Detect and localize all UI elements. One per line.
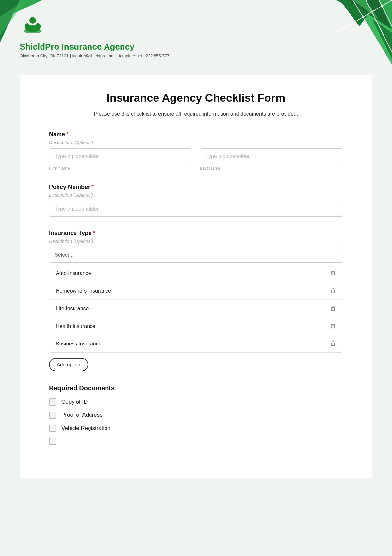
proof-of-address-label: Proof of Address xyxy=(61,412,103,418)
checklist-item-copy-of-id: Copy of ID xyxy=(49,398,343,406)
svg-point-17 xyxy=(24,29,42,33)
option-auto-insurance: Auto Insurance 🗑 xyxy=(49,264,343,282)
page-header: ShieldPro Insurance Agency Oklahoma City… xyxy=(0,0,392,75)
add-option-label: Add option xyxy=(57,362,80,367)
insurance-type-label: Insurance Type* xyxy=(49,230,343,237)
proof-of-address-checkbox[interactable] xyxy=(49,412,56,419)
option-homeowners-label: Homeowners Insurance xyxy=(56,288,111,294)
option-health-insurance: Health Insurance 🗑 xyxy=(49,317,343,335)
vehicle-registration-checkbox[interactable] xyxy=(49,425,56,432)
insurance-type-section: Insurance Type* Description (Optional) A… xyxy=(49,230,343,371)
option-business-insurance: Business Insurance 🗑 xyxy=(49,335,343,352)
last-name-sublabel: Last Name xyxy=(200,166,343,171)
copy-of-id-checkbox[interactable] xyxy=(49,398,56,406)
name-description: Description (Optional) xyxy=(49,140,343,145)
vehicle-registration-label: Vehicle Registration xyxy=(61,425,110,431)
company-name: ShieldPro Insurance Agency xyxy=(20,42,135,52)
last-name-input[interactable] xyxy=(200,148,343,164)
checklist-item-vehicle-registration: Vehicle Registration xyxy=(49,425,343,432)
insurance-type-description: Description (Optional) xyxy=(49,239,343,244)
policy-number-section: Policy Number* Description (Optional) xyxy=(49,184,343,217)
option-business-label: Business Insurance xyxy=(56,341,102,347)
required-documents-section: Required Documents Copy of ID Proof of A… xyxy=(49,384,343,445)
form-title: Insurance Agency Checklist Form xyxy=(49,92,343,104)
first-name-col: First Name xyxy=(49,148,192,171)
copy-of-id-label: Copy of ID xyxy=(61,399,88,405)
company-logo xyxy=(20,13,46,39)
svg-point-15 xyxy=(29,17,36,24)
policy-number-label: Policy Number* xyxy=(49,184,343,191)
option-homeowners-delete[interactable]: 🗑 xyxy=(330,287,336,294)
logo-area: ShieldPro Insurance Agency Oklahoma City… xyxy=(20,10,372,58)
checklist-item-proof-of-address: Proof of Address xyxy=(49,412,343,419)
name-section: Name* Description (Optional) First Name … xyxy=(49,131,343,171)
option-life-delete[interactable]: 🗑 xyxy=(330,305,336,312)
option-life-insurance: Life Insurance 🗑 xyxy=(49,300,343,317)
add-option-button[interactable]: Add option xyxy=(49,358,88,371)
option-homeowners-insurance: Homeowners Insurance 🗑 xyxy=(49,282,343,300)
main-form-container: Insurance Agency Checklist Form Please u… xyxy=(20,75,372,478)
form-subtitle: Please use this checklist to ensure all … xyxy=(49,110,343,118)
policy-number-input[interactable] xyxy=(49,201,343,217)
name-required-star: * xyxy=(66,131,69,138)
required-documents-title: Required Documents xyxy=(49,384,343,392)
extra-checkbox[interactable] xyxy=(49,438,56,445)
option-auto-label: Auto Insurance xyxy=(56,270,91,276)
option-life-label: Life Insurance xyxy=(56,306,89,312)
option-health-delete[interactable]: 🗑 xyxy=(330,323,336,329)
option-health-label: Health Insurance xyxy=(56,323,95,329)
first-name-input[interactable] xyxy=(49,148,192,164)
policy-required-star: * xyxy=(91,184,94,190)
insurance-type-select[interactable] xyxy=(49,247,343,263)
checklist-item-extra xyxy=(49,438,343,445)
company-details: Oklahoma City, OK 73101 | inquire@shield… xyxy=(20,53,169,58)
insurance-required-star: * xyxy=(93,230,95,236)
last-name-col: Last Name xyxy=(200,148,343,171)
name-row: First Name Last Name xyxy=(49,148,343,171)
option-business-delete[interactable]: 🗑 xyxy=(330,340,336,347)
first-name-sublabel: First Name xyxy=(49,166,192,171)
policy-description: Description (Optional) xyxy=(49,193,343,198)
option-auto-delete[interactable]: 🗑 xyxy=(330,270,336,277)
name-label: Name* xyxy=(49,131,343,138)
insurance-type-options-list: Auto Insurance 🗑 Homeowners Insurance 🗑 … xyxy=(49,264,343,353)
